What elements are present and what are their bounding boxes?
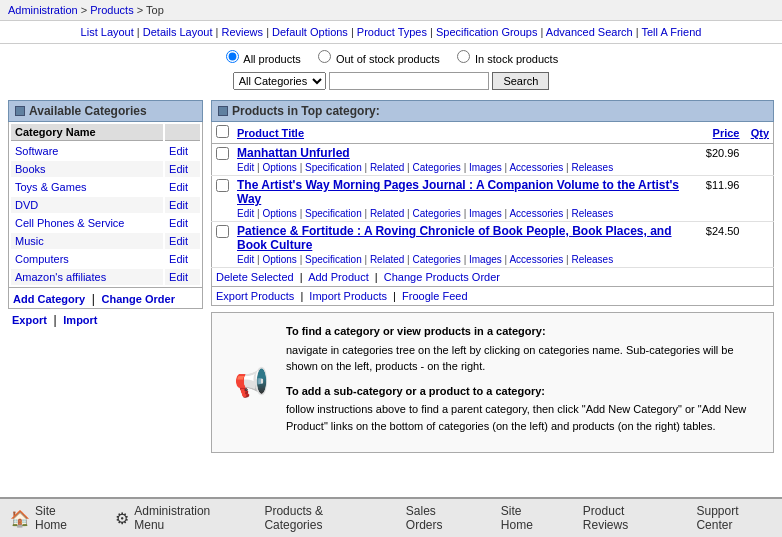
sidebar-export: Export | Import: [8, 309, 203, 331]
import-products-link[interactable]: Import Products: [309, 290, 387, 302]
product-sublink[interactable]: Accessories: [509, 162, 563, 173]
help-text: To find a category or view products in a…: [286, 323, 763, 442]
search-button[interactable]: Search: [492, 72, 549, 90]
product-sublink[interactable]: Images: [469, 254, 502, 265]
category-edit-link[interactable]: Edit: [169, 199, 188, 211]
product-sublink[interactable]: Accessories: [509, 254, 563, 265]
category-row: Cell Phones & Service Edit: [11, 215, 200, 231]
category-edit-link[interactable]: Edit: [169, 163, 188, 175]
breadcrumb-admin[interactable]: Administration: [8, 4, 78, 16]
product-sublink[interactable]: Releases: [571, 254, 613, 265]
category-link[interactable]: Toys & Games: [15, 181, 87, 193]
export-products-link[interactable]: Export Products: [216, 290, 294, 302]
nav-details-layout[interactable]: Details Layout: [143, 26, 213, 38]
product-sublink[interactable]: Options: [262, 254, 296, 265]
category-edit-link[interactable]: Edit: [169, 145, 188, 157]
product-sublink[interactable]: Edit: [237, 254, 254, 265]
froogle-feed-link[interactable]: Froogle Feed: [402, 290, 467, 302]
product-title-link[interactable]: Manhattan Unfurled: [237, 146, 350, 160]
product-sublink[interactable]: Accessories: [509, 208, 563, 219]
breadcrumb-products[interactable]: Products: [90, 4, 133, 16]
product-sublink[interactable]: Related: [370, 254, 404, 265]
product-sublink[interactable]: Releases: [571, 162, 613, 173]
category-edit-cell: Edit: [165, 161, 200, 177]
add-product-link[interactable]: Add Product: [308, 271, 369, 283]
product-checkbox[interactable]: [216, 179, 229, 192]
radio-all[interactable]: [226, 50, 239, 63]
category-row: Toys & Games Edit: [11, 179, 200, 195]
col-title-link[interactable]: Product Title: [237, 127, 304, 139]
sidebar-header: Available Categories: [8, 100, 203, 122]
home-icon: 🏠: [10, 509, 30, 528]
category-edit-link[interactable]: Edit: [169, 217, 188, 229]
product-title-link[interactable]: Patience & Fortitude : A Roving Chronicl…: [237, 224, 672, 252]
bottom-nav-site-home[interactable]: 🏠 Site Home: [10, 504, 85, 532]
category-link[interactable]: Amazon's affiliates: [15, 271, 106, 283]
product-sublink[interactable]: Options: [262, 208, 296, 219]
bottom-nav-products-categories[interactable]: Products & Categories: [264, 504, 375, 532]
nav-tell-friend[interactable]: Tell A Friend: [641, 26, 701, 38]
category-link[interactable]: Computers: [15, 253, 69, 265]
bottom-nav-product-reviews[interactable]: Product Reviews: [583, 504, 667, 532]
change-order-link[interactable]: Change Order: [102, 293, 175, 305]
nav-default-options[interactable]: Default Options: [272, 26, 348, 38]
col-qty-link[interactable]: Qty: [751, 127, 769, 139]
nav-list-layout[interactable]: List Layout: [81, 26, 134, 38]
product-sublink[interactable]: Options: [262, 162, 296, 173]
category-edit-link[interactable]: Edit: [169, 271, 188, 283]
sidebar-import-link[interactable]: Import: [63, 314, 97, 326]
category-link[interactable]: Software: [15, 145, 58, 157]
category-link[interactable]: DVD: [15, 199, 38, 211]
search-input[interactable]: [329, 72, 489, 90]
product-sublink[interactable]: Related: [370, 162, 404, 173]
product-sublink[interactable]: Specification: [305, 254, 362, 265]
help-section2-text: follow instructions above to find a pare…: [286, 401, 763, 434]
select-all-checkbox[interactable]: [216, 125, 229, 138]
product-sublink[interactable]: Images: [469, 208, 502, 219]
sidebar-export-link[interactable]: Export: [12, 314, 47, 326]
bottom-nav-admin-menu[interactable]: ⚙ Administration Menu: [115, 504, 234, 532]
product-sublink[interactable]: Edit: [237, 208, 254, 219]
col-price-link[interactable]: Price: [713, 127, 740, 139]
product-sublink[interactable]: Categories: [413, 162, 461, 173]
nav-product-types[interactable]: Product Types: [357, 26, 427, 38]
product-sublink[interactable]: Edit: [237, 162, 254, 173]
product-sublink[interactable]: Images: [469, 162, 502, 173]
nav-advanced-search[interactable]: Advanced Search: [546, 26, 633, 38]
product-sublink[interactable]: Specification: [305, 208, 362, 219]
bottom-nav-site-home2[interactable]: Site Home: [501, 504, 553, 532]
category-link[interactable]: Books: [15, 163, 46, 175]
product-checkbox[interactable]: [216, 225, 229, 238]
delete-selected-link[interactable]: Delete Selected: [216, 271, 294, 283]
category-edit-cell: Edit: [165, 215, 200, 231]
help-box: 📢 To find a category or view products in…: [211, 312, 774, 453]
category-link[interactable]: Music: [15, 235, 44, 247]
radio-oos[interactable]: [318, 50, 331, 63]
radio-all-label[interactable]: All products: [224, 53, 304, 65]
radio-ins-label[interactable]: In stock products: [455, 53, 558, 65]
bottom-nav-sales-orders[interactable]: Sales Orders: [406, 504, 471, 532]
product-sublink[interactable]: Categories: [413, 254, 461, 265]
category-edit-link[interactable]: Edit: [169, 181, 188, 193]
product-sublinks: Edit | Options | Specification | Related…: [237, 254, 685, 265]
product-sublink[interactable]: Releases: [571, 208, 613, 219]
product-sublink[interactable]: Categories: [413, 208, 461, 219]
product-sublink[interactable]: Related: [370, 208, 404, 219]
nav-spec-groups[interactable]: Specification Groups: [436, 26, 538, 38]
category-select[interactable]: All Categories: [233, 72, 326, 90]
nav-reviews[interactable]: Reviews: [221, 26, 263, 38]
change-products-order-link[interactable]: Change Products Order: [384, 271, 500, 283]
product-checkbox[interactable]: [216, 147, 229, 160]
radio-oos-label[interactable]: Out of stock products: [316, 53, 443, 65]
category-name-cell: Computers: [11, 251, 163, 267]
radio-ins[interactable]: [457, 50, 470, 63]
product-title-cell: Manhattan Unfurled Edit | Options | Spec…: [233, 144, 689, 176]
category-edit-link[interactable]: Edit: [169, 253, 188, 265]
bottom-nav-support[interactable]: Support Center: [696, 504, 772, 532]
category-link[interactable]: Cell Phones & Service: [15, 217, 124, 229]
product-sublink[interactable]: Specification: [305, 162, 362, 173]
product-title-link[interactable]: The Artist's Way Morning Pages Journal :…: [237, 178, 679, 206]
category-edit-link[interactable]: Edit: [169, 235, 188, 247]
product-checkbox-cell: [212, 144, 234, 176]
add-category-link[interactable]: Add Category: [13, 293, 85, 305]
